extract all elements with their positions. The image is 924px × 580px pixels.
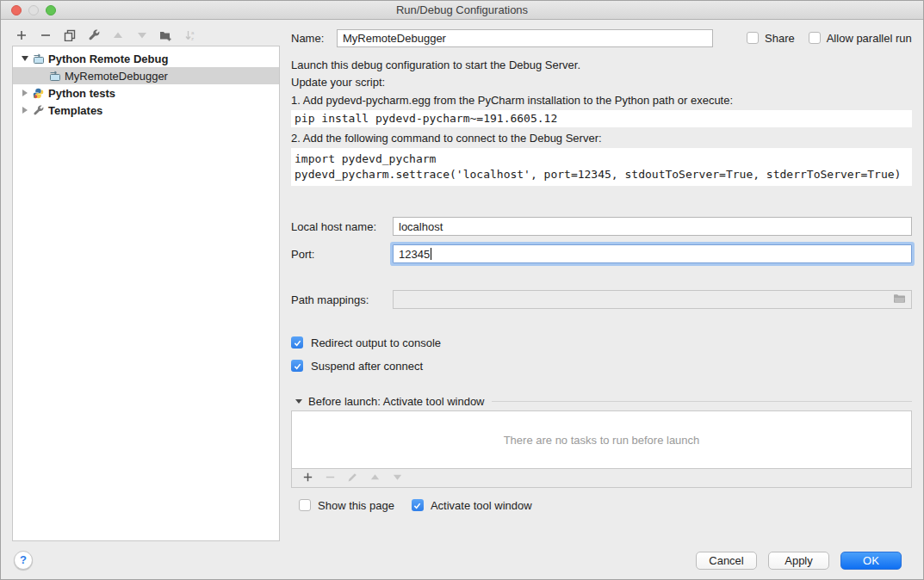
move-up-icon (112, 29, 124, 44)
help-button[interactable]: ? (14, 551, 33, 570)
new-folder-icon (159, 29, 172, 44)
port-value: 12345 (399, 248, 430, 261)
run-debug-configurations-dialog: Run/Debug Configurations az (0, 0, 924, 580)
sort-alphabetically-icon: az (184, 29, 196, 44)
name-input[interactable] (337, 29, 713, 47)
settrace-code-block[interactable]: import pydevd_pycharm pydevd_pycharm.set… (291, 148, 912, 186)
edit-task-button (347, 472, 358, 485)
new-folder-button[interactable] (158, 29, 173, 44)
move-task-up-button (369, 472, 381, 485)
before-launch-task-list: There are no tasks to run before launch (291, 410, 912, 488)
pip-install-code[interactable]: pip install pydevd-pycharm~=191.6605.12 (291, 110, 912, 127)
text-caret (431, 248, 431, 260)
chevron-down-icon[interactable] (21, 56, 28, 61)
remote-debug-config-icon (33, 53, 45, 65)
section-divider (492, 401, 912, 402)
window-title: Run/Debug Configurations (1, 1, 923, 19)
local-host-name-label: Local host name: (291, 220, 393, 233)
copy-icon (64, 29, 76, 44)
add-configuration-button[interactable] (14, 29, 28, 44)
tree-item-label: MyRemoteDebugger (65, 70, 168, 83)
tree-item-label: Templates (48, 104, 102, 117)
allow-parallel-run-checkbox[interactable] (809, 32, 821, 44)
redirect-output-label: Redirect output to console (311, 336, 441, 349)
activate-tool-window-checkbox[interactable] (412, 499, 424, 511)
activate-tool-window-label: Activate tool window (431, 499, 532, 512)
move-down-button (134, 29, 149, 44)
move-task-down-button (392, 472, 403, 485)
port-input[interactable]: 12345 (393, 244, 912, 263)
chevron-right-icon[interactable] (21, 89, 28, 96)
svg-text:a: a (191, 30, 195, 35)
sort-alphabetically-button: az (183, 29, 197, 44)
path-mappings-input[interactable] (393, 290, 912, 309)
tree-item-label: Python tests (48, 87, 115, 100)
settrace-code-line-2: pydevd_pycharm.settrace('localhost', por… (295, 167, 912, 182)
show-this-page-label: Show this page (318, 499, 394, 512)
instruction-line-2: Update your script: (291, 76, 912, 89)
configurations-toolbar: az (14, 28, 197, 45)
minimize-window-button (28, 5, 39, 15)
instruction-line-3: 1. Add pydevd-pycharm.egg from the PyCha… (291, 94, 912, 108)
task-list-toolbar (292, 468, 911, 487)
ok-button[interactable]: OK (840, 552, 902, 570)
suspend-after-connect-checkbox[interactable] (291, 360, 303, 372)
folder-icon[interactable] (893, 293, 906, 306)
wrench-icon (88, 29, 100, 44)
tree-item-label: Python Remote Debug (48, 52, 168, 65)
empty-task-list-text: There are no tasks to run before launch (292, 411, 911, 468)
cancel-button[interactable]: Cancel (696, 552, 757, 570)
before-launch-title: Before launch: Activate tool window (308, 395, 485, 408)
chevron-down-icon[interactable] (295, 399, 302, 404)
move-down-icon (136, 29, 148, 44)
before-launch-section-header[interactable]: Before launch: Activate tool window (291, 394, 912, 408)
share-label: Share (765, 32, 795, 45)
zoom-window-button[interactable] (46, 5, 56, 15)
tree-item-templates[interactable]: Templates (13, 102, 279, 119)
remove-icon (40, 29, 52, 44)
add-task-button[interactable] (302, 472, 313, 485)
add-icon (16, 29, 28, 44)
python-icon (33, 88, 45, 99)
suspend-after-connect-label: Suspend after connect (311, 360, 423, 373)
settrace-code-line-1: import pydevd_pycharm (295, 151, 912, 167)
close-window-button[interactable] (11, 5, 22, 15)
port-label: Port: (291, 248, 393, 261)
dialog-buttons: Cancel Apply OK (696, 552, 902, 570)
name-label: Name: (291, 32, 337, 45)
remote-debug-config-icon (49, 71, 61, 82)
tree-item-python-remote-debug[interactable]: Python Remote Debug (13, 50, 279, 67)
share-checkbox[interactable] (747, 32, 759, 44)
svg-text:z: z (191, 36, 194, 41)
local-host-name-input[interactable] (393, 217, 912, 236)
path-mappings-label: Path mappings: (291, 293, 393, 306)
copy-configuration-button[interactable] (62, 29, 77, 44)
wrench-icon (33, 105, 45, 116)
remove-configuration-button[interactable] (38, 29, 53, 44)
show-this-page-checkbox[interactable] (299, 499, 311, 511)
configurations-tree: Python Remote Debug MyRemoteDebugger Pyt… (12, 46, 280, 541)
edit-templates-button[interactable] (86, 29, 101, 44)
apply-button[interactable]: Apply (768, 552, 829, 570)
redirect-output-checkbox[interactable] (291, 336, 303, 349)
title-bar: Run/Debug Configurations (1, 1, 923, 20)
chevron-right-icon[interactable] (21, 107, 28, 114)
move-up-button (110, 29, 125, 44)
tree-item-myremotedebugger[interactable]: MyRemoteDebugger (13, 67, 279, 84)
instruction-line-1: Launch this debug configuration to start… (291, 59, 912, 72)
remove-task-button (325, 472, 336, 485)
tree-item-python-tests[interactable]: Python tests (13, 84, 279, 102)
allow-parallel-run-label: Allow parallel run (827, 32, 912, 45)
instruction-line-4: 2. Add the following command to connect … (291, 132, 912, 145)
configuration-form: Name: Share Allow parallel run Launch th… (291, 28, 912, 513)
